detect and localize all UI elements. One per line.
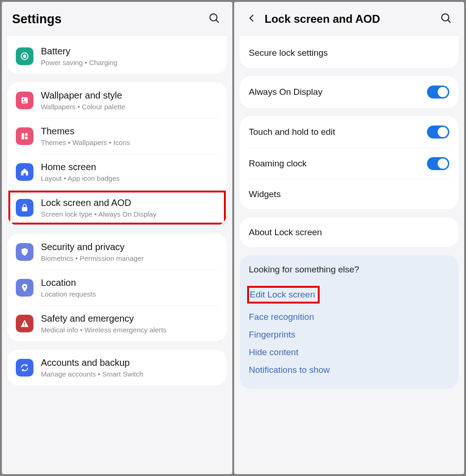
lockscreen-aod-screen: Lock screen and AOD Secure lock settings… <box>234 2 465 474</box>
lockscreen-group: About Lock screen <box>240 218 459 247</box>
svg-point-3 <box>23 55 26 58</box>
page-title: Lock screen and AOD <box>265 13 433 26</box>
settings-item-subtitle: Screen lock type • Always On Display <box>41 210 218 218</box>
lockscreen-item-title: About Lock screen <box>249 227 450 238</box>
search-icon[interactable] <box>206 10 222 28</box>
settings-item-safety[interactable]: Safety and emergencyMedical info • Wirel… <box>7 305 227 341</box>
page-title: Settings <box>12 12 201 26</box>
search-icon[interactable] <box>438 10 454 28</box>
themes-icon <box>16 127 33 145</box>
svg-point-13 <box>442 14 449 21</box>
settings-item-title: Battery <box>41 46 218 57</box>
location-icon <box>16 279 33 297</box>
suggestions-heading: Looking for something else? <box>249 264 450 275</box>
settings-item-text: Wallpaper and styleWallpapers • Colour p… <box>41 90 218 111</box>
lockscreen-item-title: Secure lock settings <box>249 47 450 59</box>
settings-item-subtitle: Medical info • Wireless emergency alerts <box>41 326 218 334</box>
lockscreen-group: Always On Display <box>240 76 459 108</box>
settings-item-subtitle: Power saving • Charging <box>41 59 218 66</box>
suggestion-link-face[interactable]: Face recognition <box>249 308 450 326</box>
settings-item-themes[interactable]: ThemesThemes • Wallpapers • Icons <box>7 118 227 154</box>
settings-item-text: Accounts and backupManage accounts • Sma… <box>41 357 218 378</box>
lockscreen-item-aod[interactable]: Always On Display <box>240 76 459 108</box>
settings-screen: Settings BatteryPower saving • ChargingW… <box>2 2 232 474</box>
settings-item-text: Safety and emergencyMedical info • Wirel… <box>41 313 218 334</box>
settings-item-title: Home screen <box>41 161 218 173</box>
svg-point-0 <box>210 14 217 21</box>
settings-item-text: ThemesThemes • Wallpapers • Icons <box>41 126 218 146</box>
settings-item-location[interactable]: LocationLocation requests <box>7 270 227 305</box>
lockscreen-group: Touch and hold to editRoaming clockWidge… <box>240 116 459 209</box>
settings-item-text: Lock screen and AODScreen lock type • Al… <box>41 197 218 218</box>
suggestion-link-finger[interactable]: Fingerprints <box>249 326 450 344</box>
toggle-touch[interactable] <box>427 126 449 139</box>
settings-item-title: Location <box>41 277 218 289</box>
lockscreen-item-title: Widgets <box>249 189 450 200</box>
lockscreen-item-about[interactable]: About Lock screen <box>240 218 459 247</box>
settings-group: Wallpaper and styleWallpapers • Colour p… <box>7 82 227 225</box>
suggestion-link-edit[interactable]: Edit Lock screen <box>249 281 450 308</box>
settings-item-title: Themes <box>41 126 218 137</box>
settings-item-subtitle: Layout • App icon badges <box>41 174 218 182</box>
home-icon <box>16 163 33 181</box>
lockscreen-item-widgets[interactable]: Widgets <box>240 179 459 209</box>
suggestion-link-hide[interactable]: Hide content <box>249 344 450 361</box>
settings-item-subtitle: Themes • Wallpapers • Icons <box>41 139 218 146</box>
back-icon[interactable] <box>244 11 259 27</box>
svg-point-5 <box>23 98 24 99</box>
svg-line-1 <box>216 20 218 22</box>
sync-icon <box>16 359 33 377</box>
settings-item-wallpaper[interactable]: Wallpaper and styleWallpapers • Colour p… <box>7 82 227 118</box>
settings-item-subtitle: Wallpapers • Colour palette <box>41 103 218 111</box>
lockscreen-item-title: Touch and hold to edit <box>249 126 420 138</box>
lockscreen-group: Secure lock settings <box>240 36 459 68</box>
lockscreen-item-touch[interactable]: Touch and hold to edit <box>240 116 459 148</box>
lockscreen-item-secure[interactable]: Secure lock settings <box>240 38 459 68</box>
settings-item-title: Lock screen and AOD <box>41 197 218 209</box>
settings-item-text: Home screenLayout • App icon badges <box>41 161 218 182</box>
svg-rect-7 <box>25 133 28 136</box>
sub-header: Lock screen and AOD <box>234 2 465 33</box>
settings-item-lockscreen[interactable]: Lock screen and AODScreen lock type • Al… <box>7 190 227 225</box>
battery-icon <box>16 47 33 65</box>
settings-item-text: Security and privacyBiometrics • Permiss… <box>41 241 218 262</box>
settings-item-text: LocationLocation requests <box>41 277 218 298</box>
settings-item-subtitle: Location requests <box>41 290 218 298</box>
svg-rect-11 <box>24 322 25 324</box>
toggle-roaming[interactable] <box>427 157 449 170</box>
toggle-aod[interactable] <box>427 86 449 99</box>
settings-item-accounts[interactable]: Accounts and backupManage accounts • Sma… <box>7 350 227 385</box>
settings-item-home[interactable]: Home screenLayout • App icon badges <box>7 154 227 190</box>
svg-rect-8 <box>25 136 28 139</box>
settings-item-security[interactable]: Security and privacyBiometrics • Permiss… <box>7 234 227 270</box>
settings-item-subtitle: Biometrics • Permission manager <box>41 254 218 262</box>
settings-group: BatteryPower saving • Charging <box>7 36 227 74</box>
settings-item-title: Wallpaper and style <box>41 90 218 101</box>
settings-item-subtitle: Manage accounts • Smart Switch <box>41 370 218 378</box>
settings-item-title: Security and privacy <box>41 241 218 253</box>
lockscreen-item-title: Roaming clock <box>249 158 420 169</box>
settings-group: Security and privacyBiometrics • Permiss… <box>7 234 227 341</box>
svg-rect-6 <box>21 133 24 139</box>
warning-icon <box>16 315 33 332</box>
lockscreen-list: Secure lock settingsAlways On DisplayTou… <box>234 33 465 474</box>
suggestions-card: Looking for something else?Edit Lock scr… <box>240 255 459 389</box>
settings-item-battery[interactable]: BatteryPower saving • Charging <box>7 38 227 74</box>
lockscreen-item-roaming[interactable]: Roaming clock <box>240 148 459 179</box>
settings-item-text: BatteryPower saving • Charging <box>41 46 218 66</box>
suggestion-link-notif[interactable]: Notifications to show <box>249 361 450 379</box>
settings-item-title: Safety and emergency <box>41 313 218 324</box>
wallpaper-icon <box>16 92 33 109</box>
shield-icon <box>16 243 33 261</box>
svg-rect-9 <box>22 207 27 211</box>
settings-list: BatteryPower saving • ChargingWallpaper … <box>2 33 232 474</box>
settings-header: Settings <box>2 2 232 33</box>
settings-group: Accounts and backupManage accounts • Sma… <box>7 350 227 385</box>
lock-icon <box>16 199 33 217</box>
lockscreen-item-title: Always On Display <box>249 86 420 98</box>
svg-rect-12 <box>24 325 25 326</box>
svg-line-14 <box>448 20 450 22</box>
svg-point-10 <box>24 285 26 287</box>
settings-item-title: Accounts and backup <box>41 357 218 369</box>
